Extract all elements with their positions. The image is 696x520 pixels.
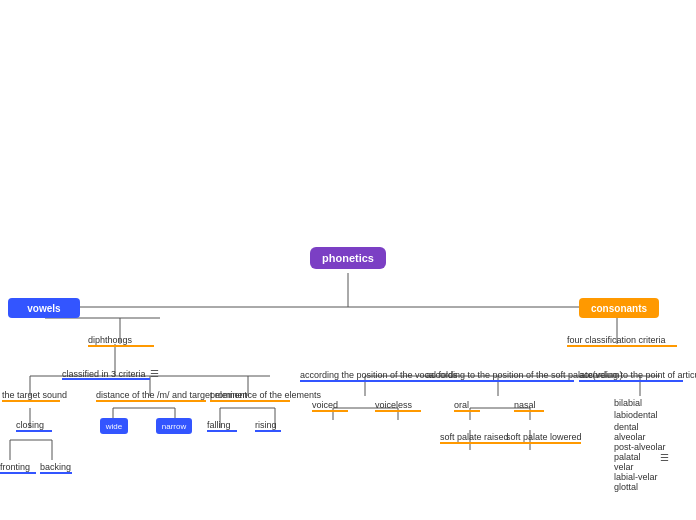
falling-underline	[207, 430, 237, 432]
fronting-underline	[0, 472, 36, 474]
soft-lowered-underline	[506, 442, 581, 444]
soft-lowered-node: soft palate lowered	[506, 432, 582, 442]
voiceless-node: voiceless	[375, 400, 412, 410]
prominence-underline	[210, 400, 290, 402]
voiceless-underline	[375, 410, 421, 412]
closing-underline	[16, 430, 52, 432]
according-vocal-underline	[300, 380, 430, 382]
dental-node: dental	[614, 422, 639, 432]
fronting-node: fronting	[0, 462, 30, 472]
backing-underline	[40, 472, 72, 474]
diphthongs-underline	[88, 345, 154, 347]
glottal-node: glottal	[614, 482, 638, 492]
according-point-node: according to the point of articulation	[579, 370, 696, 380]
consonants-node: consonants	[579, 298, 659, 318]
voiced-node: voiced	[312, 400, 338, 410]
articular-menu-icon[interactable]: ☰	[660, 452, 669, 463]
backing-node: backing	[40, 462, 71, 472]
wide-node: wide	[100, 418, 128, 434]
narrow-node: narrow	[156, 418, 192, 434]
mind-map: phonetics vowels consonants diphthongs c…	[0, 0, 696, 520]
nasal-node: nasal	[514, 400, 536, 410]
soft-raised-node: soft palate raised	[440, 432, 509, 442]
menu-icon[interactable]: ☰	[150, 368, 159, 379]
four-criteria-node: four classification criteria	[567, 335, 666, 345]
post-alveolar-node: post-alveolar	[614, 442, 666, 452]
voiced-underline	[312, 410, 348, 412]
closing-node: closing	[16, 420, 44, 430]
labial-velar-node: labial-velar	[614, 472, 658, 482]
four-criteria-underline	[567, 345, 677, 347]
phonetics-node: phonetics	[310, 247, 386, 269]
rising-node: rising	[255, 420, 277, 430]
classified-underline	[62, 378, 150, 380]
rising-underline	[255, 430, 281, 432]
prominence-node: prominence of the elements	[210, 390, 321, 400]
oral-node: oral	[454, 400, 469, 410]
according-soft-underline	[426, 380, 574, 382]
velar-node: velar	[614, 462, 634, 472]
vowels-node: vowels	[8, 298, 80, 318]
palatal-node: palatal	[614, 452, 641, 462]
labiodental-node: labiodental	[614, 410, 658, 420]
oral-underline	[454, 410, 480, 412]
target-sound-node: the target sound	[2, 390, 67, 400]
nasal-underline	[514, 410, 544, 412]
according-point-underline	[579, 380, 683, 382]
distance-underline	[96, 400, 206, 402]
alveolar-node: alveolar	[614, 432, 646, 442]
target-sound-underline	[2, 400, 60, 402]
falling-node: falling	[207, 420, 231, 430]
diphthongs-node: diphthongs	[88, 335, 132, 345]
bilabial-node: bilabial	[614, 398, 642, 408]
soft-raised-underline	[440, 442, 515, 444]
